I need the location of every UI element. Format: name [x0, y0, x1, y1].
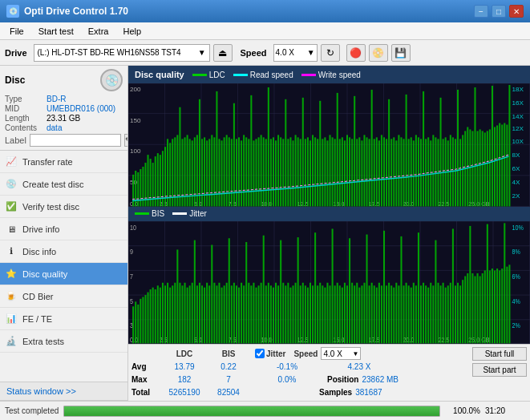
svg-text:7: 7 [130, 273, 133, 281]
svg-rect-274 [226, 282, 228, 343]
bis-chart: 10 9 7 5 3 10% 8% 6% 4% 2% 0.0 2.5 5.0 7… [128, 221, 530, 345]
svg-rect-42 [132, 175, 134, 207]
max-bis: 7 [208, 375, 249, 384]
status-window-link[interactable]: Status window >> [0, 382, 127, 401]
legend-bis: BIS [135, 209, 164, 218]
svg-rect-259 [189, 285, 191, 343]
refresh-button[interactable]: ↻ [321, 44, 340, 62]
avg-bis: 0.22 [208, 362, 249, 371]
svg-rect-325 [351, 282, 353, 343]
minimize-button[interactable]: − [474, 5, 488, 18]
verify-test-disc-icon: ✅ [5, 200, 18, 213]
svg-rect-267 [208, 285, 210, 343]
svg-rect-320 [339, 285, 341, 343]
svg-rect-183 [479, 129, 481, 206]
menu-file[interactable]: File [3, 25, 30, 38]
bis-chart-svg: 10 9 7 5 3 10% 8% 6% 4% 2% 0.0 2.5 5.0 7… [128, 221, 530, 345]
svg-rect-300 [289, 287, 291, 343]
svg-rect-303 [297, 237, 299, 343]
toolbar: Drive (L:) HL-DT-ST BD-RE WH16NS58 TST4 … [0, 40, 530, 66]
nav-fe-te-label: FE / TE [22, 314, 52, 324]
drive-select[interactable]: (L:) HL-DT-ST BD-RE WH16NS58 TST4 ▼ [34, 44, 210, 62]
svg-rect-374 [471, 273, 473, 342]
menu-extra[interactable]: Extra [82, 25, 115, 38]
svg-rect-102 [280, 137, 281, 206]
nav-fe-te[interactable]: 📊 FE / TE [0, 308, 127, 330]
svg-rect-106 [289, 137, 291, 206]
svg-rect-86 [241, 140, 242, 206]
svg-rect-305 [302, 282, 304, 343]
nav-create-test-disc[interactable]: 💿 Create test disc [0, 173, 127, 196]
nav-transfer-rate[interactable]: 📈 Transfer rate [0, 151, 127, 173]
nav-disc-info[interactable]: ℹ Disc info [0, 240, 127, 263]
nav-cd-bier-label: CD Bier [22, 292, 54, 301]
menu-help[interactable]: Help [116, 25, 148, 38]
svg-rect-263 [199, 282, 200, 343]
svg-rect-184 [482, 131, 483, 206]
svg-rect-139 [371, 90, 373, 207]
svg-rect-153 [406, 95, 407, 207]
svg-rect-265 [204, 287, 205, 343]
svg-rect-319 [337, 282, 338, 343]
nav-verify-test-disc[interactable]: ✅ Verify test disc [0, 196, 127, 218]
svg-rect-75 [213, 137, 215, 206]
svg-rect-76 [216, 91, 217, 207]
svg-text:4X: 4X [512, 179, 521, 186]
nav-disc-quality[interactable]: ⭐ Disc quality [0, 263, 127, 285]
save-button[interactable]: 💾 [391, 44, 411, 62]
speed-select[interactable]: 4.0 X ▼ [273, 44, 318, 62]
svg-rect-261 [194, 240, 196, 343]
svg-rect-138 [369, 139, 370, 206]
nav-extra-tests[interactable]: 🔬 Extra tests [0, 330, 127, 353]
svg-text:8X: 8X [512, 151, 521, 159]
svg-rect-255 [179, 282, 180, 343]
svg-rect-144 [383, 137, 385, 206]
svg-rect-277 [233, 282, 235, 343]
svg-rect-194 [506, 124, 508, 206]
svg-rect-331 [366, 234, 368, 343]
svg-rect-147 [390, 139, 392, 206]
stats-area: LDC BIS Jitter Speed 4.0 X ▼ [128, 344, 530, 401]
max-ldc: 182 [160, 375, 208, 384]
svg-rect-383 [494, 270, 496, 343]
svg-rect-338 [383, 230, 385, 343]
svg-rect-84 [236, 139, 237, 206]
extra-tests-icon: 🔬 [5, 335, 18, 348]
settings-button1[interactable]: 🔴 [346, 44, 366, 62]
nav-cd-bier[interactable]: 🍺 CD Bier [0, 285, 127, 308]
nav-drive-info[interactable]: 🖥 Drive info [0, 218, 127, 240]
nav-verify-test-disc-label: Verify test disc [22, 202, 79, 212]
disc-contents-label: Contents [5, 123, 47, 132]
svg-rect-131 [351, 139, 353, 206]
maximize-button[interactable]: □ [492, 5, 506, 18]
speed-dropdown[interactable]: 4.0 X ▼ [321, 347, 361, 360]
svg-rect-318 [334, 285, 336, 343]
speed-label: Speed [241, 48, 267, 58]
svg-rect-317 [332, 228, 334, 343]
titlebar: 💿 Opti Drive Control 1.70 − □ ✕ [0, 0, 530, 22]
svg-rect-170 [447, 140, 449, 206]
settings-button2[interactable]: 📀 [369, 44, 388, 62]
svg-rect-247 [160, 287, 161, 343]
svg-rect-275 [229, 238, 230, 343]
start-part-button[interactable]: Start part [472, 363, 527, 377]
disc-label-input[interactable] [30, 134, 121, 147]
eject-button[interactable]: ⏏ [213, 44, 233, 62]
menu-start-test[interactable]: Start test [32, 25, 80, 38]
legend-ldc: LDC [192, 71, 225, 79]
close-button[interactable]: ✕ [509, 5, 524, 18]
start-full-button[interactable]: Start full [472, 347, 527, 361]
progress-bar-outer [63, 406, 440, 417]
disc-info-icon: ℹ [5, 245, 18, 258]
svg-rect-157 [415, 135, 417, 206]
jitter-checkbox[interactable] [255, 349, 265, 358]
svg-rect-379 [484, 270, 486, 343]
svg-rect-337 [381, 285, 382, 343]
svg-rect-346 [403, 285, 405, 343]
svg-rect-71 [204, 137, 205, 206]
nav-drive-info-label: Drive info [22, 224, 59, 234]
svg-rect-353 [420, 285, 422, 343]
svg-rect-108 [295, 135, 297, 206]
svg-rect-114 [310, 140, 311, 206]
svg-rect-246 [157, 285, 159, 343]
